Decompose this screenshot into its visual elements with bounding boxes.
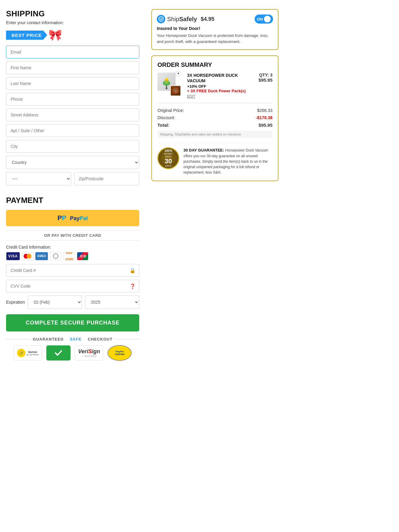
paypal-button[interactable]: PP PayPal [6, 210, 139, 226]
guarantee-badge: 100% MONEY BACK 30 DAYS [157, 147, 179, 169]
guarantee-money: MONEY [164, 152, 173, 155]
discount-value: -$170.38 [256, 115, 272, 120]
product-image-secondary: 🦆 [170, 85, 181, 96]
help-icon: ❓ [130, 283, 136, 289]
expiry-label: Expiration [6, 300, 25, 305]
svg-text:✓: ✓ [20, 351, 22, 355]
norton-badge: ✓ Norton by Symantec [14, 345, 42, 361]
state-select[interactable]: ---- Alabama Alaska Arizona California N… [6, 172, 71, 185]
svg-point-5 [166, 80, 167, 81]
street-address-field[interactable] [6, 109, 139, 121]
total-row: Total: $95.95 [157, 121, 272, 129]
lock-icon: 🔒 [130, 268, 136, 273]
paypal-logo: PP PayPal [58, 214, 88, 222]
expiry-row: Expiration 01 (Jan) 02 (Feb) 03 (Mar) 04… [6, 295, 139, 309]
shipping-title: SHIPPING [6, 9, 139, 18]
phone-field[interactable] [6, 93, 139, 106]
order-totals: Original Price: $266.33 Discount: -$170.… [157, 103, 272, 138]
credit-card-input-wrap: 🔒 [6, 264, 139, 277]
ribbon-icon: 🎀 [48, 29, 62, 41]
original-price-value: $266.33 [257, 108, 272, 113]
discount-row: Discount: -$170.38 [157, 114, 272, 121]
credit-card-field[interactable] [6, 264, 139, 277]
zip-field[interactable] [74, 172, 139, 185]
product-info: 3X HORSEPOWER DUCK VACUUM +10% OFF + 3X … [187, 73, 255, 99]
first-name-field[interactable] [6, 61, 139, 74]
payment-title: PAYMENT [6, 196, 139, 205]
shipsafely-price: $4.95 [201, 16, 214, 22]
product-qty-price: QTY: 3 $95.95 [259, 73, 272, 83]
last-name-field[interactable] [6, 77, 139, 90]
edit-link[interactable]: EDIT [187, 94, 255, 99]
trust-badges-row: ✓ Norton by Symantec [6, 345, 139, 361]
order-summary-card: ORDER SUMMARY [151, 55, 279, 181]
shipsafely-description: Your Horsepower Duck Vacuum is protected… [157, 33, 273, 44]
product-row: 🦆 + 3X HORSEPOWER DUCK VACUUM +10% OFF +… [157, 73, 272, 99]
product-discount-label: +10% OFF [187, 84, 255, 89]
guarantee-row: 100% MONEY BACK 30 DAYS 30 DAY GUARANTEE… [157, 143, 272, 175]
best-price-badge: BEST PRICE [6, 31, 47, 40]
cvv-field[interactable] [6, 280, 139, 292]
original-price-row: Original Price: $266.33 [157, 107, 272, 114]
plus-badge: + [176, 71, 181, 76]
svg-text:🦆: 🦆 [174, 89, 178, 93]
cc-info-label: Credit Card Information: [6, 245, 139, 250]
order-summary-title: ORDER SUMMARY [157, 61, 272, 68]
expiry-month-select[interactable]: 01 (Jan) 02 (Feb) 03 (Mar) 04 (Apr) 05 (… [28, 295, 82, 309]
shipsafely-header: ShipSafely $4.95 ON [157, 15, 273, 24]
expiry-year-select[interactable]: 2024 2025 2026 2027 2028 2029 2030 [85, 295, 139, 309]
product-price: $95.95 [259, 77, 272, 83]
shipsafely-toggle[interactable]: ON [255, 15, 273, 24]
card-icons-row: VISA AMEX DISCOVER JCB [6, 252, 139, 260]
jcb-icon: JCB [77, 252, 88, 260]
toggle-circle [264, 16, 271, 22]
guarantee-days-label: DAYS [165, 165, 171, 167]
discover-icon: DISCOVER [63, 252, 75, 260]
best-price-banner: BEST PRICE 🎀 [6, 29, 139, 41]
discount-label: Discount: [157, 115, 175, 120]
safe-checkout-title: GUARANTEED SAFE CHECKOUT [6, 337, 139, 341]
svg-point-7 [166, 87, 167, 89]
guarantee-title: 30 DAY GUARANTEE: [183, 148, 224, 152]
cvv-input-wrap: ❓ [6, 280, 139, 292]
settled-note: Shipping, ShipSafely and sales tax settl… [157, 131, 272, 138]
shipsafely-logo: ShipSafely $4.95 [157, 15, 214, 23]
total-label: Total: [157, 122, 170, 128]
product-qty: QTY: 3 [259, 73, 272, 77]
total-value: $95.95 [259, 122, 272, 128]
state-zip-row: ---- Alabama Alaska Arizona California N… [6, 172, 139, 188]
email-field[interactable] [6, 46, 139, 58]
amex-icon: AMEX [35, 252, 48, 260]
diners-icon [50, 252, 61, 260]
shield-icon [157, 15, 165, 23]
country-select[interactable]: Country United States Canada United King… [6, 156, 139, 169]
paypal-verified-badge: PayPal VERIFIED [107, 345, 132, 361]
product-free-label: + 3X FREE Duck Power Pack(s) [187, 89, 255, 93]
shipsafely-card: ShipSafely $4.95 ON Insured to Your Door… [151, 9, 279, 50]
mastercard-icon [22, 252, 33, 260]
original-price-label: Original Price: [157, 108, 184, 113]
complete-purchase-button[interactable]: COMPLETE SECURE PURCHASE [6, 314, 139, 331]
agc-badge [46, 345, 71, 361]
visa-icon: VISA [6, 252, 20, 260]
apt-field[interactable] [6, 124, 139, 137]
shipping-subtitle: Enter your contact information: [6, 20, 139, 25]
product-images: 🦆 + [157, 73, 179, 94]
guarantee-text: 30 DAY GUARANTEE: Horsepower Duck Vacuum… [183, 147, 272, 175]
verisign-badge: VeriSign ✓ SECURED [75, 345, 103, 361]
safe-checkout-section: GUARANTEED SAFE CHECKOUT ✓ Norton by Sym… [6, 337, 139, 361]
or-pay-divider: OR PAY WITH CREDIT CARD [6, 230, 139, 240]
guarantee-pct: 100% [164, 149, 172, 152]
toggle-on-label: ON [257, 17, 263, 21]
product-name: 3X HORSEPOWER DUCK VACUUM [187, 73, 255, 83]
guarantee-days: 30 [165, 158, 172, 165]
shipsafely-insured: Insured to Your Door! [157, 26, 273, 31]
city-field[interactable] [6, 140, 139, 153]
